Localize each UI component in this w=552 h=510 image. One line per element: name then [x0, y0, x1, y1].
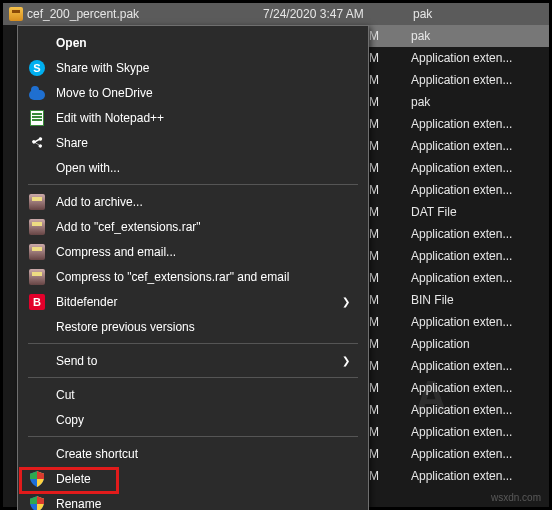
blank-icon: [28, 318, 46, 336]
menu-create-shortcut[interactable]: Create shortcut: [18, 441, 368, 466]
file-type: BIN File: [389, 293, 549, 307]
menu-move-onedrive[interactable]: Move to OneDrive: [18, 80, 368, 105]
menu-move-onedrive-label: Move to OneDrive: [56, 86, 350, 100]
file-row-selected[interactable]: cef_200_percent.pak 7/24/2020 3:47 AM pa…: [3, 3, 549, 25]
file-date-fragment: M: [369, 403, 389, 417]
menu-restore-versions[interactable]: Restore previous versions: [18, 314, 368, 339]
uac-shield-icon: [28, 470, 46, 488]
file-date-fragment: M: [369, 161, 389, 175]
file-date-fragment: M: [369, 227, 389, 241]
menu-cut-label: Cut: [56, 388, 350, 402]
menu-add-archive[interactable]: Add to archive...: [18, 189, 368, 214]
file-type: pak: [403, 7, 549, 21]
file-row-fragment[interactable]: MApplication exten...: [369, 267, 549, 289]
file-row-fragment[interactable]: MApplication exten...: [369, 69, 549, 91]
file-list-right-fragment: MpakMApplication exten...MApplication ex…: [369, 25, 549, 507]
file-row-fragment[interactable]: MApplication exten...: [369, 113, 549, 135]
menu-separator: [28, 184, 358, 185]
file-date-fragment: M: [369, 381, 389, 395]
file-row-fragment[interactable]: MDAT File: [369, 201, 549, 223]
file-date: 7/24/2020 3:47 AM: [263, 7, 403, 21]
file-date-fragment: M: [369, 315, 389, 329]
menu-delete[interactable]: Delete: [18, 466, 368, 491]
menu-rename[interactable]: Rename: [18, 491, 368, 510]
blank-icon: [28, 386, 46, 404]
file-row-fragment[interactable]: MApplication exten...: [369, 377, 549, 399]
file-date-fragment: M: [369, 293, 389, 307]
file-row-fragment[interactable]: MApplication exten...: [369, 245, 549, 267]
menu-open[interactable]: Open: [18, 30, 368, 55]
blank-icon: [28, 159, 46, 177]
winrar-icon: [28, 218, 46, 236]
menu-share[interactable]: Share: [18, 130, 368, 155]
pak-icon: [9, 7, 23, 21]
winrar-icon: [28, 193, 46, 211]
menu-compress-to-email-label: Compress to "cef_extensions.rar" and ema…: [56, 270, 350, 284]
menu-restore-versions-label: Restore previous versions: [56, 320, 350, 334]
file-row-fragment[interactable]: MApplication exten...: [369, 47, 549, 69]
file-row-fragment[interactable]: MBIN File: [369, 289, 549, 311]
menu-compress-to-email[interactable]: Compress to "cef_extensions.rar" and ema…: [18, 264, 368, 289]
menu-open-with[interactable]: Open with...: [18, 155, 368, 180]
file-date-fragment: M: [369, 139, 389, 153]
menu-compress-email[interactable]: Compress and email...: [18, 239, 368, 264]
menu-send-to[interactable]: Send to ❯: [18, 348, 368, 373]
file-type: Application exten...: [389, 161, 549, 175]
file-row-fragment[interactable]: MApplication exten...: [369, 179, 549, 201]
file-row-fragment[interactable]: MApplication exten...: [369, 443, 549, 465]
file-date-fragment: M: [369, 205, 389, 219]
file-row-fragment[interactable]: MApplication exten...: [369, 311, 549, 333]
file-row-fragment[interactable]: MApplication exten...: [369, 135, 549, 157]
file-type: pak: [389, 29, 549, 43]
file-row-fragment[interactable]: MApplication exten...: [369, 223, 549, 245]
skype-icon: S: [28, 59, 46, 77]
file-date-fragment: M: [369, 469, 389, 483]
file-row-fragment[interactable]: Mpak: [369, 91, 549, 113]
winrar-icon: [28, 268, 46, 286]
file-date-fragment: M: [369, 425, 389, 439]
menu-bitdefender[interactable]: B Bitdefender ❯: [18, 289, 368, 314]
file-date-fragment: M: [369, 447, 389, 461]
file-type: Application exten...: [389, 447, 549, 461]
menu-share-skype[interactable]: S Share with Skype: [18, 55, 368, 80]
menu-bitdefender-label: Bitdefender: [56, 295, 342, 309]
notepadpp-icon: [28, 109, 46, 127]
file-date-fragment: M: [369, 29, 389, 43]
file-type: Application: [389, 337, 549, 351]
file-row-fragment[interactable]: MApplication exten...: [369, 465, 549, 487]
file-row-fragment[interactable]: MApplication exten...: [369, 421, 549, 443]
menu-copy[interactable]: Copy: [18, 407, 368, 432]
blank-icon: [28, 445, 46, 463]
blank-icon: [28, 352, 46, 370]
file-date-fragment: M: [369, 183, 389, 197]
file-type: Application exten...: [389, 73, 549, 87]
file-type: Application exten...: [389, 381, 549, 395]
menu-compress-email-label: Compress and email...: [56, 245, 350, 259]
file-row-fragment[interactable]: MApplication: [369, 333, 549, 355]
file-type: Application exten...: [389, 359, 549, 373]
menu-add-archive-label: Add to archive...: [56, 195, 350, 209]
menu-delete-label: Delete: [56, 472, 350, 486]
file-name: cef_200_percent.pak: [3, 7, 263, 21]
winrar-icon: [28, 243, 46, 261]
file-type: Application exten...: [389, 117, 549, 131]
file-type: pak: [389, 95, 549, 109]
file-row-fragment[interactable]: MApplication exten...: [369, 157, 549, 179]
menu-send-to-label: Send to: [56, 354, 342, 368]
menu-cut[interactable]: Cut: [18, 382, 368, 407]
file-row-fragment[interactable]: MApplication exten...: [369, 399, 549, 421]
file-date-fragment: M: [369, 117, 389, 131]
file-row-fragment[interactable]: MApplication exten...: [369, 355, 549, 377]
file-type: Application exten...: [389, 425, 549, 439]
share-icon: [28, 134, 46, 152]
menu-edit-notepadpp[interactable]: Edit with Notepad++: [18, 105, 368, 130]
menu-add-to-rar[interactable]: Add to "cef_extensions.rar": [18, 214, 368, 239]
file-type: Application exten...: [389, 469, 549, 483]
menu-edit-notepadpp-label: Edit with Notepad++: [56, 111, 350, 125]
menu-rename-label: Rename: [56, 497, 350, 511]
file-row-fragment[interactable]: Mpak: [369, 25, 549, 47]
file-date-fragment: M: [369, 249, 389, 263]
menu-add-to-rar-label: Add to "cef_extensions.rar": [56, 220, 350, 234]
menu-open-with-label: Open with...: [56, 161, 350, 175]
file-type: Application exten...: [389, 315, 549, 329]
